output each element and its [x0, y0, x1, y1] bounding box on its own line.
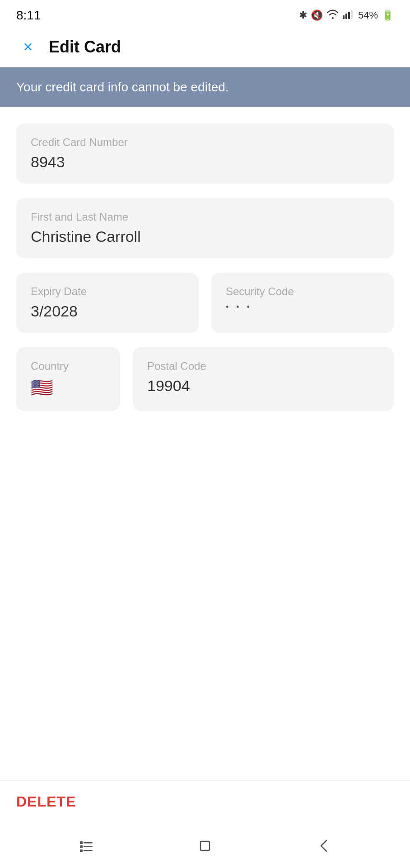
- nav-bar: [0, 823, 410, 868]
- page-title: Edit Card: [49, 38, 121, 57]
- mute-icon: 🔇: [311, 9, 323, 21]
- svg-rect-4: [80, 841, 83, 844]
- status-icons: ✱ 🔇 54% 🔋: [299, 9, 394, 22]
- delete-footer: DELETE: [0, 780, 410, 823]
- name-field: First and Last Name Christine Carroll: [16, 198, 394, 258]
- svg-rect-6: [80, 849, 83, 852]
- credit-card-number-value: 8943: [31, 153, 379, 171]
- svg-rect-8: [84, 846, 93, 847]
- postal-code-field: Postal Code 19904: [133, 347, 394, 411]
- expiry-date-value: 3/2028: [31, 302, 184, 320]
- svg-rect-10: [200, 841, 210, 850]
- svg-rect-5: [80, 845, 83, 848]
- credit-card-number-field: Credit Card Number 8943: [16, 123, 394, 184]
- country-flag: 🇺🇸: [31, 377, 106, 398]
- banner-text: Your credit card info cannot be edited.: [16, 80, 229, 94]
- svg-rect-7: [84, 842, 93, 844]
- header: × Edit Card: [0, 27, 410, 67]
- svg-rect-3: [351, 10, 353, 19]
- battery-text: 54%: [358, 9, 378, 21]
- country-postal-row: Country 🇺🇸 Postal Code 19904: [16, 347, 394, 411]
- svg-rect-1: [345, 14, 347, 19]
- postal-code-value: 19904: [147, 377, 379, 395]
- name-label: First and Last Name: [31, 211, 379, 223]
- delete-button[interactable]: DELETE: [16, 793, 76, 810]
- svg-rect-2: [348, 12, 350, 19]
- country-label: Country: [31, 360, 106, 373]
- security-code-value: • • •: [226, 302, 379, 312]
- bluetooth-icon: ✱: [299, 9, 307, 21]
- close-icon: ×: [23, 39, 33, 55]
- close-button[interactable]: ×: [16, 35, 40, 59]
- back-nav-button[interactable]: [314, 836, 334, 856]
- expiry-date-label: Expiry Date: [31, 285, 184, 298]
- svg-rect-9: [84, 850, 93, 851]
- name-value: Christine Carroll: [31, 228, 379, 245]
- info-banner: Your credit card info cannot be edited.: [0, 67, 410, 107]
- security-code-field: Security Code • • •: [211, 273, 394, 333]
- status-time: 8:11: [16, 8, 41, 23]
- expiry-security-row: Expiry Date 3/2028 Security Code • • •: [16, 273, 394, 333]
- security-code-label: Security Code: [226, 285, 379, 298]
- status-bar: 8:11 ✱ 🔇 54% 🔋: [0, 0, 410, 27]
- menu-nav-button[interactable]: [76, 836, 96, 856]
- country-field: Country 🇺🇸: [16, 347, 120, 411]
- signal-icon: [343, 9, 354, 22]
- postal-code-label: Postal Code: [147, 360, 379, 373]
- wifi-icon: [326, 9, 339, 22]
- svg-rect-0: [343, 15, 345, 19]
- battery-icon: 🔋: [382, 9, 394, 21]
- form-content: Credit Card Number 8943 First and Last N…: [0, 107, 410, 868]
- expiry-date-field: Expiry Date 3/2028: [16, 273, 199, 333]
- credit-card-number-label: Credit Card Number: [31, 136, 379, 149]
- home-nav-button[interactable]: [195, 836, 215, 856]
